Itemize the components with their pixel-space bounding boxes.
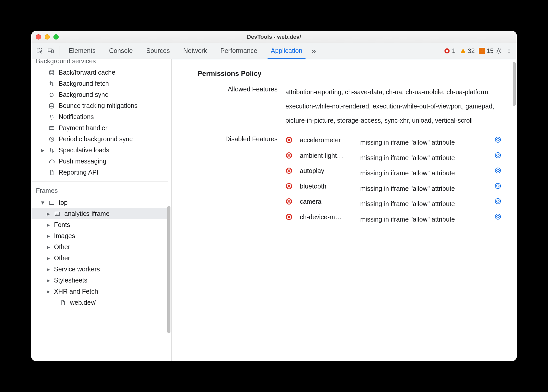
issues-value: 15 — [487, 47, 494, 54]
sidebar-item-label: Reporting API — [59, 169, 98, 176]
sidebar-item-background-sync[interactable]: Background sync — [31, 89, 168, 100]
sidebar-item-push-messaging[interactable]: Push messaging — [31, 156, 168, 167]
sidebar-item-label: Background fetch — [59, 80, 109, 87]
main-scrollbar[interactable] — [513, 61, 516, 351]
reveal-in-elements-icon[interactable] — [495, 198, 506, 205]
application-sidebar: Background services Back/forward cacheBa… — [31, 59, 172, 361]
frame-icon — [48, 199, 55, 206]
section-permissions-policy: Permissions Policy — [198, 70, 506, 78]
reveal-in-elements-icon[interactable] — [495, 213, 506, 220]
expand-chevron-icon: ▾ — [41, 199, 45, 206]
reveal-in-elements-icon[interactable] — [495, 167, 506, 174]
tab-network[interactable]: Network — [177, 43, 214, 59]
window-zoom-button[interactable] — [53, 34, 59, 40]
frame-top[interactable]: ▾top — [31, 197, 168, 208]
frame-details-panel: Permissions Policy Allowed Features attr… — [172, 59, 517, 361]
feature-name: ambient-light… — [300, 152, 357, 159]
reveal-in-elements-icon[interactable] — [495, 183, 506, 189]
feature-name: camera — [300, 198, 357, 205]
reveal-in-elements-icon[interactable] — [495, 136, 506, 143]
frame-folder-fonts[interactable]: ▸Fonts — [31, 219, 168, 230]
frames-tree: ▾top▸analytics-iframe▸Fonts▸Images▸Other… — [31, 197, 168, 308]
sidebar-item-reporting-api[interactable]: Reporting API — [31, 167, 168, 178]
warnings-count[interactable]: 32 — [460, 47, 475, 54]
panel-body: Background services Back/forward cacheBa… — [31, 59, 517, 361]
tree-item-label: XHR and Fetch — [54, 288, 98, 295]
disabled-features-label: Disabled Features — [198, 135, 278, 227]
disabled-icon — [285, 136, 296, 144]
tabs-overflow-button[interactable]: » — [309, 46, 319, 55]
sidebar-item-notifications[interactable]: Notifications — [31, 111, 168, 122]
feature-name: ch-device-m… — [300, 213, 357, 221]
panel-tabs: ElementsConsoleSourcesNetworkPerformance… — [62, 43, 309, 59]
expand-chevron-icon: ▸ — [46, 210, 50, 217]
expand-chevron-icon: ▸ — [46, 265, 50, 273]
sidebar-item-label: Push messaging — [59, 158, 106, 165]
tab-performance[interactable]: Performance — [214, 43, 264, 59]
settings-icon[interactable] — [494, 46, 504, 56]
db-icon — [48, 69, 55, 76]
sidebar-item-payment-handler[interactable]: Payment handler — [31, 122, 168, 134]
sidebar-scrollbar[interactable] — [167, 61, 170, 351]
disabled-reason: missing in iframe "allow" attribute — [360, 167, 491, 179]
frame-folder-images[interactable]: ▸Images — [31, 230, 168, 241]
tab-elements[interactable]: Elements — [62, 43, 102, 59]
clock-icon — [48, 136, 55, 143]
sidebar-item-periodic-background-sync[interactable]: Periodic background sync — [31, 134, 168, 145]
tree-item-label: Stylesheets — [54, 277, 87, 284]
allowed-features-value: attribution-reporting, ch-save-data, ch-… — [285, 85, 506, 128]
tree-item-label: analytics-iframe — [64, 210, 109, 217]
tab-console[interactable]: Console — [102, 43, 139, 59]
sidebar-item-back-forward-cache[interactable]: Back/forward cache — [31, 67, 168, 78]
sidebar-item-bounce-tracking-mitigations[interactable]: Bounce tracking mitigations — [31, 100, 168, 111]
warning-icon — [460, 48, 466, 54]
window-minimize-button[interactable] — [45, 34, 50, 40]
tab-sources[interactable]: Sources — [139, 43, 177, 59]
allowed-features-label: Allowed Features — [198, 85, 278, 128]
frame-folder-other[interactable]: ▸Other — [31, 253, 168, 264]
sidebar-item-label: Speculative loads — [59, 146, 109, 154]
disabled-reason: missing in iframe "allow" attribute — [360, 183, 491, 195]
window-close-button[interactable] — [36, 34, 41, 40]
sidebar-item-speculative-loads[interactable]: ▸Speculative loads — [31, 145, 168, 156]
inspect-icon[interactable] — [34, 45, 45, 57]
frame-document-webdev[interactable]: web.dev/ — [31, 297, 168, 308]
feature-name: bluetooth — [300, 183, 357, 190]
background-services-list: Back/forward cacheBackground fetchBackgr… — [31, 67, 168, 178]
disabled-feature-row: autoplaymissing in iframe "allow" attrib… — [285, 166, 506, 181]
frame-analytics-iframe[interactable]: ▸analytics-iframe — [31, 208, 168, 219]
reveal-in-elements-icon[interactable] — [495, 152, 506, 159]
tab-application[interactable]: Application — [264, 43, 309, 59]
document-icon — [60, 299, 66, 306]
sidebar-group-frames: Frames — [31, 182, 168, 197]
tree-item-label: Other — [54, 254, 70, 262]
device-toolbar-icon[interactable] — [45, 45, 57, 57]
disabled-reason: missing in iframe "allow" attribute — [360, 213, 491, 226]
frame-folder-service-workers[interactable]: ▸Service workers — [31, 264, 168, 275]
disabled-feature-row: bluetoothmissing in iframe "allow" attri… — [285, 181, 506, 197]
card-icon — [48, 125, 55, 131]
frame-folder-other[interactable]: ▸Other — [31, 241, 168, 253]
frame-folder-stylesheets[interactable]: ▸Stylesheets — [31, 275, 168, 286]
issues-count[interactable]: ! 15 — [479, 47, 494, 54]
window-titlebar: DevTools - web.dev/ — [31, 31, 517, 43]
status-counts: 1 32 ! 15 — [444, 47, 494, 54]
sidebar-item-background-fetch[interactable]: Background fetch — [31, 78, 168, 89]
window-controls — [36, 34, 59, 40]
expand-chevron-icon: ▸ — [41, 146, 45, 154]
sync-icon — [48, 91, 55, 98]
disabled-icon — [285, 213, 296, 221]
frame-folder-xhr-and-fetch[interactable]: ▸XHR and Fetch — [31, 286, 168, 297]
expand-chevron-icon: ▸ — [46, 288, 50, 295]
disabled-reason: missing in iframe "allow" attribute — [360, 152, 491, 164]
feature-name: accelerometer — [300, 136, 357, 144]
sidebar-item-label: Bounce tracking mitigations — [59, 102, 138, 109]
error-icon — [444, 48, 450, 54]
tree-item-label: Images — [54, 232, 75, 240]
issue-icon: ! — [479, 48, 485, 54]
updown-icon — [48, 80, 55, 87]
errors-count[interactable]: 1 — [444, 47, 455, 54]
disabled-icon — [285, 167, 296, 174]
more-menu-icon[interactable] — [504, 46, 514, 56]
devtools-tabstrip: ElementsConsoleSourcesNetworkPerformance… — [31, 43, 517, 59]
